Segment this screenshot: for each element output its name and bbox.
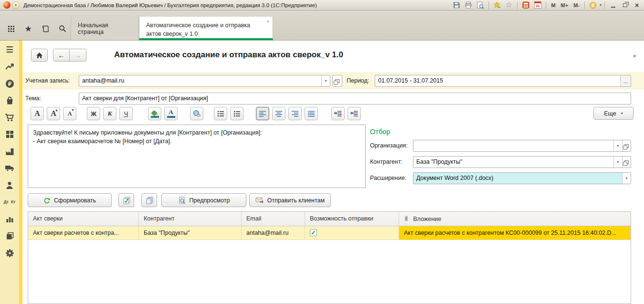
reports-chart-icon[interactable] bbox=[4, 214, 15, 224]
sales-trend-icon[interactable] bbox=[4, 62, 15, 72]
font-button[interactable]: A bbox=[31, 107, 44, 120]
extension-dropdown-icon[interactable]: ▾ bbox=[622, 173, 631, 184]
counterparty-choose-button[interactable] bbox=[622, 157, 631, 168]
memory-recall-button[interactable]: M bbox=[549, 2, 557, 8]
can-send-checkbox[interactable]: ✓ bbox=[310, 229, 317, 236]
form-close-icon[interactable]: × bbox=[633, 52, 636, 60]
table-row[interactable]: Акт сверки расчетов с контра... База "Пр… bbox=[28, 226, 631, 240]
add-to-favorites-icon[interactable] bbox=[492, 1, 502, 10]
message-body-editor[interactable]: Здравствуйте! К письму приложены докумен… bbox=[28, 125, 366, 188]
text-color-button[interactable]: A bbox=[164, 107, 178, 120]
apps-grid-icon[interactable] bbox=[6, 23, 16, 34]
memory-plus-button[interactable]: M+ bbox=[559, 2, 570, 8]
decrease-indent-button[interactable] bbox=[348, 107, 361, 120]
close-window-button[interactable]: × bbox=[632, 1, 642, 10]
extension-value[interactable]: Документ Word 2007 (.docx) bbox=[413, 173, 622, 184]
employees-person-icon[interactable] bbox=[4, 180, 15, 190]
align-right-button[interactable] bbox=[288, 107, 302, 120]
extension-field[interactable]: Документ Word 2007 (.docx) ▾ bbox=[413, 172, 631, 184]
minimize-button[interactable] bbox=[608, 1, 618, 10]
organization-value[interactable] bbox=[413, 140, 613, 151]
favorites-panel-icon[interactable]: ★ bbox=[23, 23, 33, 34]
col-header-can-send[interactable]: Возможность отправки bbox=[305, 212, 399, 226]
numbered-list-button[interactable] bbox=[230, 107, 243, 120]
app-logo-1c-icon[interactable] bbox=[3, 1, 11, 9]
favorites-icon[interactable] bbox=[504, 1, 514, 10]
underline-button[interactable]: Ч bbox=[119, 107, 133, 120]
account-field[interactable]: antaha@mail.ru ▾ bbox=[79, 75, 330, 87]
search-icon[interactable] bbox=[57, 23, 68, 34]
info-icon[interactable]: i bbox=[588, 1, 598, 10]
tab-auto-acts[interactable]: Автоматическое создание и отправка актов… bbox=[139, 17, 273, 40]
form-content: ← → Автоматическое создание и отправка а… bbox=[22, 41, 644, 304]
calendar-icon[interactable]: 31 bbox=[532, 1, 543, 10]
period-field[interactable]: 01.07.2015 - 31.07.2015 ... bbox=[375, 75, 631, 87]
background-color-button[interactable] bbox=[148, 107, 161, 120]
table-header-row: Акт сверки Контрагент Email Возможность … bbox=[28, 212, 631, 226]
tab-home-page[interactable]: Начальная страница bbox=[71, 17, 139, 40]
memory-minus-button[interactable]: M- bbox=[571, 2, 581, 8]
dt-label: Дт bbox=[4, 200, 9, 204]
font-size-increase-button[interactable]: A▲ bbox=[47, 107, 60, 120]
info-dropdown-icon[interactable]: ▾ bbox=[600, 3, 602, 7]
sales-cart-icon[interactable] bbox=[4, 112, 15, 123]
main-menu-dropdown-icon[interactable]: ▾ bbox=[12, 1, 20, 9]
col-header-counterparty[interactable]: Контрагент bbox=[139, 212, 242, 226]
history-icon[interactable] bbox=[40, 23, 51, 34]
send-to-clients-button[interactable]: Отправить клиентам bbox=[249, 193, 331, 207]
col-header-attachment[interactable]: Вложение bbox=[399, 212, 631, 226]
home-button[interactable] bbox=[31, 49, 48, 62]
purchases-bag-icon[interactable] bbox=[4, 95, 15, 106]
account-choose-button[interactable] bbox=[332, 75, 342, 87]
col-header-act[interactable]: Акт сверки bbox=[28, 212, 139, 226]
preview-button[interactable]: Предпросмотр bbox=[161, 193, 246, 207]
align-left-button[interactable] bbox=[256, 107, 269, 120]
production-factory-icon[interactable] bbox=[4, 146, 15, 157]
cell-email[interactable]: antaha@mail.ru bbox=[242, 226, 305, 240]
align-center-button[interactable] bbox=[272, 107, 285, 120]
main-section-menu-icon[interactable]: ☰ bbox=[4, 44, 15, 55]
cell-attachment[interactable]: Акт сверки расчетов с контрагентом КС00-… bbox=[399, 226, 631, 240]
subject-value[interactable]: Акт сверки для [Контрагент] от [Организа… bbox=[79, 93, 631, 104]
administration-gear-icon[interactable] bbox=[4, 248, 15, 258]
align-justify-button[interactable] bbox=[305, 107, 318, 120]
print-preview-icon[interactable] bbox=[475, 1, 486, 10]
bold-button[interactable]: Ж bbox=[87, 107, 100, 120]
more-button[interactable]: Еще ▾ bbox=[593, 107, 633, 120]
italic-button[interactable]: К bbox=[103, 107, 116, 120]
col-header-email[interactable]: Email bbox=[242, 212, 305, 226]
bullet-list-button[interactable] bbox=[214, 107, 227, 120]
calculator-icon[interactable] bbox=[520, 1, 531, 10]
back-arrow-icon: ← bbox=[58, 51, 65, 59]
generate-button[interactable]: Сформировать bbox=[28, 193, 112, 207]
organization-choose-button[interactable] bbox=[622, 140, 631, 151]
organization-field[interactable]: ▾ bbox=[413, 140, 631, 152]
account-dropdown-icon[interactable]: ▾ bbox=[321, 75, 330, 86]
bank-ruble-icon[interactable]: ₽ bbox=[4, 78, 15, 89]
forward-button[interactable]: → bbox=[70, 49, 86, 62]
tab-close-icon[interactable]: × bbox=[266, 20, 269, 24]
operations-dtkt-icon[interactable]: Дт Кт bbox=[4, 197, 15, 208]
period-value[interactable]: 01.07.2015 - 31.07.2015 bbox=[375, 75, 620, 86]
counterparty-field[interactable]: База "Продукты" ▾ bbox=[413, 156, 631, 168]
subject-field[interactable]: Акт сверки для [Контрагент] от [Организа… bbox=[79, 93, 631, 105]
increase-indent-button[interactable] bbox=[331, 107, 345, 120]
warehouse-grid-icon[interactable] bbox=[4, 129, 15, 140]
restore-button[interactable] bbox=[620, 1, 630, 10]
insert-link-button[interactable] bbox=[190, 107, 203, 120]
account-value[interactable]: antaha@mail.ru bbox=[79, 75, 321, 86]
cell-counterparty[interactable]: База "Продукты" bbox=[139, 226, 242, 240]
cell-act[interactable]: Акт сверки расчетов с контра... bbox=[28, 226, 139, 240]
period-more-button[interactable]: ... bbox=[620, 75, 631, 86]
references-docs-icon[interactable] bbox=[4, 231, 15, 241]
counterparty-dropdown-icon[interactable]: ▾ bbox=[613, 157, 622, 168]
back-button[interactable]: ← bbox=[53, 49, 70, 62]
print-icon[interactable] bbox=[463, 1, 474, 10]
check-all-button[interactable] bbox=[118, 193, 134, 207]
save-icon[interactable] bbox=[451, 1, 462, 10]
delivery-truck-icon[interactable] bbox=[4, 163, 15, 174]
counterparty-value[interactable]: База "Продукты" bbox=[413, 157, 613, 168]
organization-dropdown-icon[interactable]: ▾ bbox=[613, 140, 622, 151]
font-size-decrease-button[interactable]: A▼ bbox=[63, 107, 76, 120]
uncheck-all-button[interactable] bbox=[141, 193, 157, 207]
